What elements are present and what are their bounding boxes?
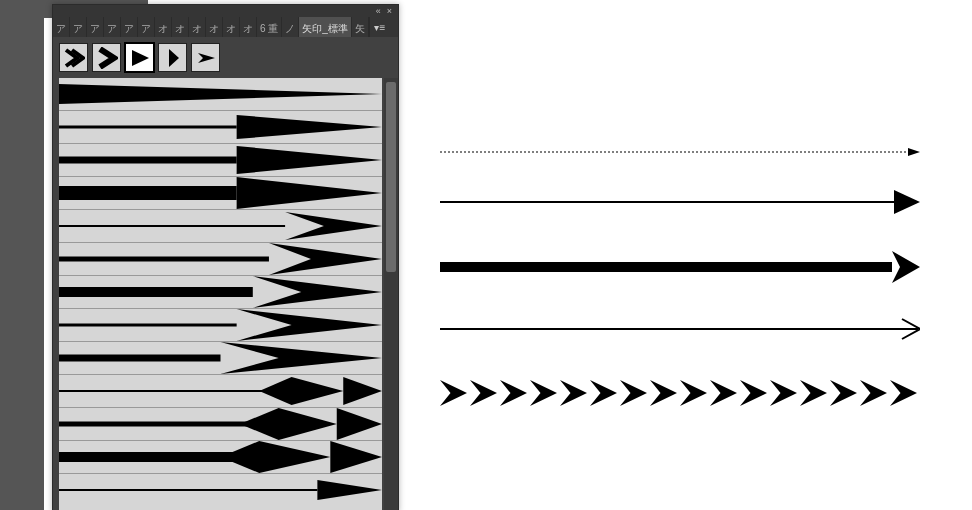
- collapse-button[interactable]: «: [376, 7, 381, 16]
- svg-marker-42: [560, 380, 587, 406]
- tab-5[interactable]: ア: [138, 17, 155, 37]
- svg-marker-39: [470, 380, 497, 406]
- canvas-arrow-thin: [440, 188, 920, 216]
- svg-marker-17: [237, 309, 382, 341]
- brush-list[interactable]: [59, 78, 382, 510]
- svg-marker-49: [770, 380, 797, 406]
- svg-marker-15: [253, 276, 382, 308]
- tab-8[interactable]: オ: [189, 17, 206, 37]
- brush-row-thin-bold-open-head[interactable]: [59, 308, 382, 341]
- tab-2[interactable]: ア: [87, 17, 104, 37]
- svg-marker-0: [132, 50, 149, 66]
- tab-9[interactable]: オ: [206, 17, 223, 37]
- svg-marker-19: [221, 342, 383, 374]
- scrollbar[interactable]: [384, 78, 398, 510]
- tab-0[interactable]: ア: [53, 17, 70, 37]
- svg-marker-11: [285, 212, 382, 240]
- tab-11[interactable]: オ: [240, 17, 257, 37]
- scroll-thumb[interactable]: [386, 82, 396, 272]
- panel-tabs: アアアアアアオオオオオオ6 重ノ矢印_標準矢▾≡: [53, 17, 398, 37]
- brushes-panel: « × アアアアアアオオオオオオ6 重ノ矢印_標準矢▾≡: [52, 4, 399, 510]
- svg-marker-52: [860, 380, 887, 406]
- svg-marker-53: [890, 380, 917, 406]
- svg-marker-44: [620, 380, 647, 406]
- svg-marker-45: [650, 380, 677, 406]
- svg-marker-28: [330, 441, 382, 473]
- svg-marker-47: [710, 380, 737, 406]
- svg-marker-50: [800, 380, 827, 406]
- close-button[interactable]: ×: [387, 7, 392, 16]
- canvas-arrow-thick: [440, 250, 920, 284]
- brush-row-thin-small-head[interactable]: [59, 473, 382, 506]
- brush-row-medium-line-solid-head[interactable]: [59, 143, 382, 176]
- panel-menu-button[interactable]: ▾≡: [369, 17, 390, 37]
- svg-marker-2: [198, 53, 215, 63]
- svg-marker-30: [317, 480, 382, 500]
- canvas-arrow-open: [440, 318, 920, 340]
- svg-marker-5: [237, 115, 382, 139]
- tab-3[interactable]: ア: [104, 17, 121, 37]
- svg-marker-38: [440, 380, 467, 406]
- canvas-arrow-chevrons: [440, 378, 920, 408]
- solid-triangle-arrow-icon[interactable]: [125, 43, 154, 72]
- svg-marker-13: [269, 243, 382, 275]
- svg-marker-9: [237, 177, 382, 209]
- svg-marker-24: [240, 408, 337, 440]
- svg-marker-25: [337, 408, 382, 440]
- tab-1[interactable]: ア: [70, 17, 87, 37]
- brush-list-wrap: [53, 78, 398, 510]
- svg-marker-21: [259, 377, 343, 405]
- brush-row-medium-open-head[interactable]: [59, 242, 382, 275]
- brush-row-thick-open-head[interactable]: [59, 275, 382, 308]
- svg-marker-41: [530, 380, 557, 406]
- svg-marker-34: [894, 190, 920, 214]
- tab-6[interactable]: オ: [155, 17, 172, 37]
- brush-type-thumbnails: [53, 37, 398, 78]
- svg-marker-51: [830, 380, 857, 406]
- svg-marker-43: [590, 380, 617, 406]
- brush-row-thin-concave-head[interactable]: [59, 374, 382, 407]
- svg-marker-46: [680, 380, 707, 406]
- chevron-arrow-icon[interactable]: [59, 43, 88, 72]
- svg-marker-36: [892, 251, 920, 283]
- tab-13[interactable]: ノ: [282, 17, 299, 37]
- chevron-thick-arrow-icon[interactable]: [92, 43, 121, 72]
- flag-arrow-icon[interactable]: [191, 43, 220, 72]
- brush-row-medium-bold-open-head[interactable]: [59, 341, 382, 374]
- panel-titlebar: « ×: [53, 5, 398, 17]
- canvas-arrow-dotted: [440, 146, 920, 158]
- tab-4[interactable]: ア: [121, 17, 138, 37]
- svg-marker-32: [908, 148, 920, 156]
- brush-row-thick-concave-head[interactable]: [59, 440, 382, 473]
- brush-row-thin-open-head[interactable]: [59, 209, 382, 242]
- svg-marker-22: [343, 377, 382, 405]
- tab-12[interactable]: 6 重: [257, 17, 282, 37]
- svg-marker-1: [169, 49, 179, 67]
- tab-14[interactable]: 矢印_標準: [299, 17, 352, 37]
- svg-marker-48: [740, 380, 767, 406]
- svg-marker-7: [237, 146, 382, 174]
- svg-marker-3: [59, 84, 382, 104]
- app-sidebar: [0, 0, 44, 510]
- panel-content: [53, 78, 398, 510]
- brush-row-wedge-arrow[interactable]: [59, 78, 382, 110]
- svg-marker-27: [221, 441, 331, 473]
- tab-15[interactable]: 矢: [352, 17, 369, 37]
- svg-marker-40: [500, 380, 527, 406]
- brush-row-thick-line-solid-head[interactable]: [59, 176, 382, 209]
- brush-row-medium-concave-head[interactable]: [59, 407, 382, 440]
- narrow-triangle-arrow-icon[interactable]: [158, 43, 187, 72]
- tab-10[interactable]: オ: [223, 17, 240, 37]
- brush-row-thin-line-solid-head[interactable]: [59, 110, 382, 143]
- tab-7[interactable]: オ: [172, 17, 189, 37]
